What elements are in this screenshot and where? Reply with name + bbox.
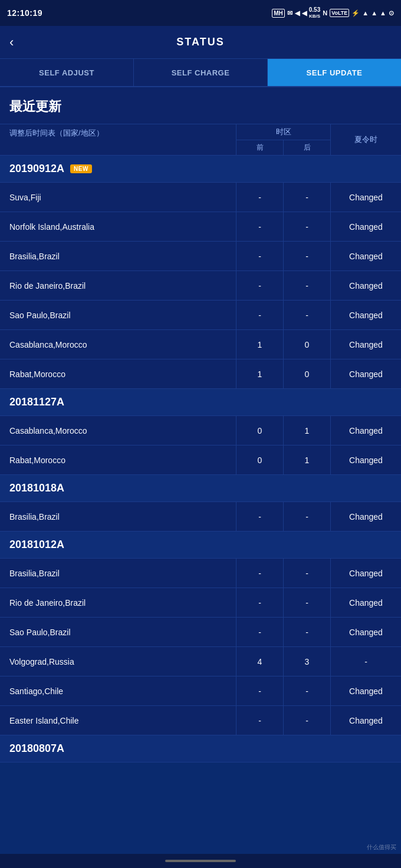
cell-tz-group: -- xyxy=(236,183,330,212)
cell-before: - xyxy=(236,559,284,588)
cell-before: - xyxy=(236,271,284,300)
cell-before: 0 xyxy=(236,416,284,445)
cell-location: Casablanca,Morocco xyxy=(0,330,236,359)
version-label: 20181127A xyxy=(9,396,64,408)
cell-tz-group: 01 xyxy=(236,416,330,445)
cell-dst: Changed xyxy=(330,242,401,270)
cell-dst: Changed xyxy=(330,330,401,359)
watermark: 什么值得买 xyxy=(367,843,396,852)
table-row: Suva,Fiji--Changed xyxy=(0,183,401,212)
cell-tz-group: -- xyxy=(236,559,330,588)
cell-location: Brasilia,Brazil xyxy=(0,502,236,531)
cell-dst: Changed xyxy=(330,676,401,705)
cell-after: 0 xyxy=(284,330,330,359)
table-row: Easter Island,Chile--Changed xyxy=(0,706,401,735)
cell-tz-group: 10 xyxy=(236,359,330,388)
cell-before: 1 xyxy=(236,330,284,359)
cell-dst: Changed xyxy=(330,271,401,300)
tab-self-update[interactable]: SELF UPDATE xyxy=(268,59,401,86)
cell-before: - xyxy=(236,183,284,212)
header: ‹ STATUS xyxy=(0,26,401,59)
wifi-icon: ▲ xyxy=(362,9,369,16)
cell-before: 0 xyxy=(236,445,284,474)
cell-after: - xyxy=(284,676,330,705)
cell-tz-group: -- xyxy=(236,618,330,646)
cell-after: - xyxy=(284,618,330,646)
cell-location: Suva,Fiji xyxy=(0,183,236,212)
cell-dst: Changed xyxy=(330,502,401,531)
back-button[interactable]: ‹ xyxy=(9,35,14,50)
tab-self-charge[interactable]: SELF CHARGE xyxy=(134,59,268,86)
table-row: Sao Paulo,Brazil--Changed xyxy=(0,618,401,647)
media2-icon: ◀ xyxy=(302,9,307,17)
cell-after: - xyxy=(284,183,330,212)
tab-bar: SELF ADJUST SELF CHARGE SELF UPDATE xyxy=(0,59,401,87)
th-after: 后 xyxy=(284,140,330,155)
bottom-bar xyxy=(0,854,401,868)
table-row: Casablanca,Morocco01Changed xyxy=(0,416,401,445)
table-row: Sao Paulo,Brazil--Changed xyxy=(0,301,401,330)
cell-dst: Changed xyxy=(330,301,401,329)
version-row: 20190912ANEW xyxy=(0,156,401,183)
table-row: Brasilia,Brazil--Changed xyxy=(0,559,401,588)
th-before: 前 xyxy=(236,140,284,155)
cell-dst: Changed xyxy=(330,559,401,588)
cell-before: - xyxy=(236,676,284,705)
cell-tz-group: 43 xyxy=(236,647,330,676)
table-row: Volgograd,Russia43- xyxy=(0,647,401,676)
cell-location: Rio de Janeiro,Brazil xyxy=(0,271,236,300)
cell-tz-group: 10 xyxy=(236,330,330,359)
cell-dst: Changed xyxy=(330,416,401,445)
tab-self-adjust[interactable]: SELF ADJUST xyxy=(0,59,134,86)
version-row: 20181012A xyxy=(0,532,401,559)
cell-dst: Changed xyxy=(330,706,401,735)
table-row: Casablanca,Morocco10Changed xyxy=(0,330,401,359)
th-timezone-group: 时区 前 后 xyxy=(236,124,330,155)
cell-location: Sao Paulo,Brazil xyxy=(0,618,236,646)
cell-tz-group: -- xyxy=(236,212,330,241)
message-icon: ✉ xyxy=(287,9,292,17)
cell-dst: Changed xyxy=(330,618,401,646)
page-title: STATUS xyxy=(176,36,224,48)
cell-location: Easter Island,Chile xyxy=(0,706,236,735)
cell-after: - xyxy=(284,502,330,531)
table-row: Brasilia,Brazil--Changed xyxy=(0,242,401,271)
th-timezone-sub: 前 后 xyxy=(236,140,330,155)
cell-location: Brasilia,Brazil xyxy=(0,242,236,270)
media-icon: ◀ xyxy=(295,9,300,17)
speed-display: 0.53KB/S xyxy=(309,6,320,19)
table-row: Rio de Janeiro,Brazil--Changed xyxy=(0,588,401,618)
cell-tz-group: -- xyxy=(236,676,330,705)
status-time: 12:10:19 xyxy=(7,8,42,18)
cell-before: - xyxy=(236,588,284,617)
cell-before: - xyxy=(236,212,284,241)
cell-tz-group: -- xyxy=(236,301,330,329)
th-location: 调整后时间表（国家/地区） xyxy=(0,124,236,155)
cell-after: 3 xyxy=(284,647,330,676)
cell-location: Rabat,Morocco xyxy=(0,359,236,388)
mh-icon: MH xyxy=(272,9,285,18)
cell-after: - xyxy=(284,242,330,270)
cell-before: - xyxy=(236,301,284,329)
version-row: 20181018A xyxy=(0,475,401,502)
table-row: Santiago,Chile--Changed xyxy=(0,676,401,706)
table-row: Brasilia,Brazil--Changed xyxy=(0,502,401,532)
cell-after: - xyxy=(284,706,330,735)
bottom-indicator xyxy=(165,860,236,862)
cell-dst: Changed xyxy=(330,445,401,474)
cell-location: Norfolk Island,Australia xyxy=(0,212,236,241)
cell-after: - xyxy=(284,559,330,588)
th-timezone-label: 时区 xyxy=(236,124,330,140)
cell-tz-group: -- xyxy=(236,706,330,735)
battery-icon: ⊙ xyxy=(389,9,394,17)
th-dst: 夏令时 xyxy=(330,124,401,155)
cell-location: Volgograd,Russia xyxy=(0,647,236,676)
cell-location: Rabat,Morocco xyxy=(0,445,236,474)
section-heading: 最近更新 xyxy=(0,87,401,124)
cell-location: Brasilia,Brazil xyxy=(0,559,236,588)
cell-location: Sao Paulo,Brazil xyxy=(0,301,236,329)
cell-tz-group: -- xyxy=(236,242,330,270)
cell-before: - xyxy=(236,502,284,531)
cell-tz-group: -- xyxy=(236,502,330,531)
cell-location: Santiago,Chile xyxy=(0,676,236,705)
